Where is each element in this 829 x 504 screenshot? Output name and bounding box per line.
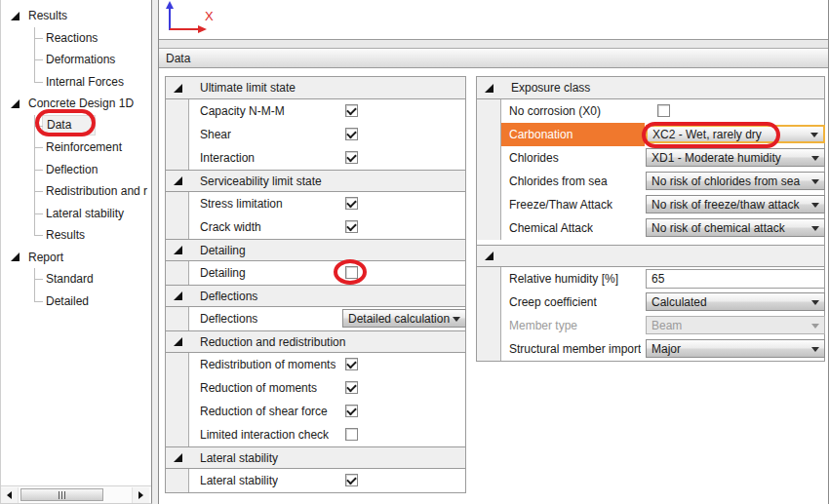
row-gutter	[477, 99, 501, 123]
relative-humidity-input[interactable]	[646, 269, 825, 289]
interaction-checkbox[interactable]	[345, 151, 358, 164]
row-interaction: Interaction	[166, 146, 465, 170]
expander-icon[interactable]	[11, 252, 20, 261]
tree-item-results[interactable]: Results	[1, 5, 151, 27]
deflections-dropdown[interactable]: Detailed calculation	[342, 309, 466, 328]
tree-item-label: Deformations	[46, 53, 115, 66]
collapse-triangle-icon[interactable]	[174, 291, 182, 300]
row-detailing: Detailing	[166, 261, 465, 285]
chlorides-dropdown-value: XD1 - Moderate humidity	[651, 151, 781, 165]
creep-coefficient-dropdown[interactable]: Calculated	[646, 292, 825, 311]
limited-interaction-checkbox[interactable]	[345, 428, 358, 441]
deflections-dropdown-value: Detailed calculation	[348, 312, 450, 326]
panel-gap	[159, 40, 828, 48]
row-label: Deflections	[200, 312, 257, 326]
tree-item-deflection[interactable]: Deflection	[1, 159, 151, 181]
row-gutter	[166, 400, 189, 423]
scroll-right-button[interactable]	[132, 487, 149, 503]
tree-item-redistribution[interactable]: Redistribution and r	[1, 180, 151, 203]
expander-icon[interactable]	[11, 12, 20, 20]
crack-width-checkbox[interactable]	[345, 220, 358, 233]
chevron-down-icon	[811, 226, 819, 231]
tree-item-report[interactable]: Report	[1, 247, 151, 269]
expander-icon[interactable]	[11, 99, 20, 108]
tree-item-label: Lateral stability	[46, 207, 124, 220]
tree-item-results-child[interactable]: Results	[1, 224, 151, 247]
row-gutter	[477, 267, 501, 291]
row-label: Freeze/Thaw Attack	[509, 198, 612, 212]
row-label: Lateral stability	[200, 474, 278, 487]
section-lateral-stability[interactable]: Lateral stability	[166, 446, 465, 469]
row-gutter	[477, 216, 501, 240]
scroll-left-button[interactable]	[1, 487, 19, 503]
chlorides-dropdown[interactable]: XD1 - Moderate humidity	[646, 148, 825, 167]
capacity-checkbox[interactable]	[345, 104, 358, 117]
structural-member-import-dropdown[interactable]: Major	[646, 339, 825, 358]
collapse-triangle-icon[interactable]	[174, 84, 182, 93]
tree-item-lateral-stability[interactable]: Lateral stability	[1, 203, 151, 225]
row-gutter	[166, 215, 189, 239]
carbonation-label-cell: Carbonation	[501, 123, 645, 146]
exposure-property-box: Exposure class No corrosion (X0) Carbona…	[476, 76, 825, 362]
section-title: Deflections	[200, 290, 257, 303]
row-label: Chemical Attack	[509, 221, 593, 235]
row-label: Chlorides from sea	[509, 174, 608, 188]
tree-item-standard[interactable]: Standard	[1, 268, 151, 291]
tree-item-data[interactable]: Data	[1, 115, 151, 137]
collapse-triangle-icon[interactable]	[174, 176, 182, 185]
no-corrosion-checkbox[interactable]	[657, 104, 670, 117]
collapse-triangle-icon[interactable]	[174, 246, 182, 254]
row-label: Limited interaction check	[200, 428, 329, 442]
section-deflections[interactable]: Deflections	[166, 285, 465, 307]
tree-item-internal-forces[interactable]: Internal Forces	[1, 71, 151, 94]
arrow-left-icon	[7, 491, 12, 499]
row-gutter	[477, 170, 501, 193]
chevron-down-icon	[811, 347, 819, 352]
reduction-shear-checkbox[interactable]	[345, 405, 358, 417]
stress-limitation-checkbox[interactable]	[345, 197, 358, 210]
row-shear: Shear	[166, 123, 465, 146]
row-capacity: Capacity N-M-M	[166, 99, 465, 123]
tree-item-detailed[interactable]: Detailed	[1, 291, 151, 313]
tree-item-label: Results	[46, 228, 85, 242]
row-label: Reduction of shear force	[200, 405, 328, 418]
carbonation-dropdown[interactable]: XC2 - Wet, rarely dry	[646, 125, 825, 143]
section-ultimate-limit-state[interactable]: Ultimate limit state	[166, 77, 465, 99]
chemical-attack-dropdown[interactable]: No risk of chemical attack	[646, 218, 825, 237]
section-general-unnamed[interactable]	[477, 245, 824, 267]
row-label: Relative humidity [%]	[509, 272, 618, 286]
collapse-triangle-icon[interactable]	[485, 84, 493, 93]
section-exposure-class[interactable]: Exposure class	[477, 77, 824, 99]
detailing-checkbox[interactable]	[345, 266, 358, 279]
collapse-triangle-icon[interactable]	[174, 453, 182, 462]
row-limited-interaction: Limited interaction check	[166, 423, 465, 446]
row-label: Chlorides	[509, 151, 559, 165]
section-detailing[interactable]: Detailing	[166, 239, 465, 261]
lateral-stability-checkbox[interactable]	[345, 474, 358, 486]
horizontal-scrollbar[interactable]	[1, 485, 151, 503]
chevron-down-icon	[811, 300, 819, 305]
scrollbar-thumb[interactable]	[20, 488, 103, 501]
chlorides-sea-dropdown[interactable]: No risk of chlorides from sea	[646, 172, 825, 190]
collapse-triangle-icon[interactable]	[174, 337, 182, 346]
tree-item-deformations[interactable]: Deformations	[1, 49, 151, 71]
chevron-down-icon	[811, 324, 819, 329]
redistribution-moments-checkbox[interactable]	[345, 358, 358, 370]
tree-item-concrete-design-1d[interactable]: Concrete Design 1D	[1, 93, 151, 115]
tree-item-label: Deflection	[46, 163, 98, 176]
tree-item-reactions[interactable]: Reactions	[1, 27, 151, 50]
section-serviceability-limit-state[interactable]: Serviceability limit state	[166, 170, 465, 192]
shear-checkbox[interactable]	[345, 128, 358, 140]
model-viewport[interactable]: Z X	[159, 0, 828, 40]
section-title: Ultimate limit state	[200, 81, 296, 95]
collapse-triangle-icon[interactable]	[485, 252, 493, 260]
row-label: Stress limitation	[200, 197, 283, 211]
row-gutter	[166, 261, 189, 285]
section-reduction-redistribution[interactable]: Reduction and redistribution	[166, 330, 465, 353]
tree-item-reinforcement[interactable]: Reinforcement	[1, 136, 151, 159]
reduction-moments-checkbox[interactable]	[345, 381, 358, 394]
row-relative-humidity: Relative humidity [%]	[477, 267, 824, 291]
row-gutter	[477, 123, 501, 146]
freeze-thaw-dropdown[interactable]: No risk of freeze/thaw attack	[646, 195, 825, 213]
tree-item-label: Reactions	[46, 31, 98, 45]
